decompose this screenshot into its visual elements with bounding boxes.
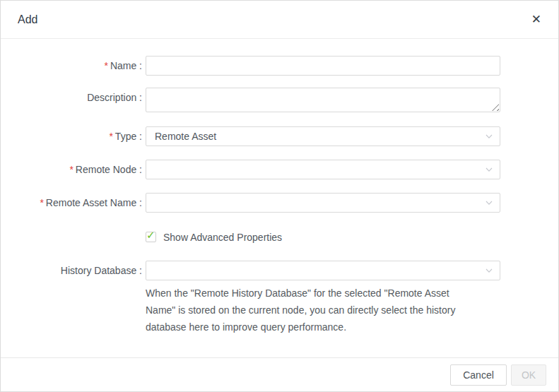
required-mark: * (40, 197, 43, 208)
dialog-body: *Name : Description : *Type : Remote Ass… (1, 39, 558, 359)
required-mark: * (69, 164, 73, 175)
remote-asset-name-label: *Remote Asset Name : (1, 193, 142, 213)
name-control (146, 56, 500, 76)
remote-asset-name-select[interactable] (146, 193, 500, 213)
history-database-select[interactable] (146, 261, 500, 280)
remote-asset-name-row: *Remote Asset Name : (1, 193, 558, 213)
required-mark: * (109, 131, 112, 142)
name-label: *Name : (1, 56, 142, 76)
history-database-control (146, 261, 500, 280)
show-advanced-properties-checkbox[interactable]: ✓ (146, 232, 156, 242)
description-control (146, 88, 500, 112)
remote-node-select[interactable] (146, 160, 500, 179)
close-icon[interactable]: ✕ (531, 13, 541, 25)
dialog-title: Add (18, 13, 37, 26)
name-row: *Name : (1, 56, 558, 76)
description-row: Description : (1, 88, 558, 112)
type-control: Remote Asset (146, 126, 500, 146)
show-advanced-properties-row: ✓ Show Advanced Properties (146, 231, 558, 243)
history-database-label: History Database : (1, 261, 142, 280)
description-label-text: Description : (87, 92, 142, 103)
name-label-text: Name : (110, 60, 142, 71)
remote-node-row: *Remote Node : (1, 160, 558, 179)
cancel-button[interactable]: Cancel (450, 364, 507, 386)
remote-asset-name-control (146, 193, 500, 213)
description-label: Description : (1, 88, 142, 107)
ok-button[interactable]: OK (511, 364, 546, 386)
history-database-label-text: History Database : (61, 265, 142, 276)
remote-asset-name-label-text: Remote Asset Name : (46, 197, 142, 208)
remote-node-control (146, 160, 500, 179)
remote-node-label-text: Remote Node : (76, 164, 142, 175)
remote-node-label: *Remote Node : (1, 160, 142, 179)
history-database-help-text: When the "Remote History Database" for t… (146, 285, 475, 335)
check-icon: ✓ (146, 230, 155, 240)
history-database-row: History Database : (1, 261, 558, 280)
name-input[interactable] (146, 56, 500, 76)
type-label-text: Type : (115, 131, 142, 142)
type-select[interactable]: Remote Asset (146, 126, 500, 146)
type-label: *Type : (1, 126, 142, 146)
description-textarea[interactable] (146, 88, 500, 112)
type-select-value: Remote Asset (155, 131, 480, 142)
show-advanced-properties-label[interactable]: Show Advanced Properties (163, 232, 282, 243)
type-row: *Type : Remote Asset (1, 126, 558, 146)
dialog-header: Add ✕ (1, 1, 558, 39)
required-mark: * (104, 60, 107, 71)
dialog-footer: Cancel OK (1, 357, 558, 391)
add-dialog: Add ✕ *Name : Description : *Type : Remo… (0, 0, 559, 392)
